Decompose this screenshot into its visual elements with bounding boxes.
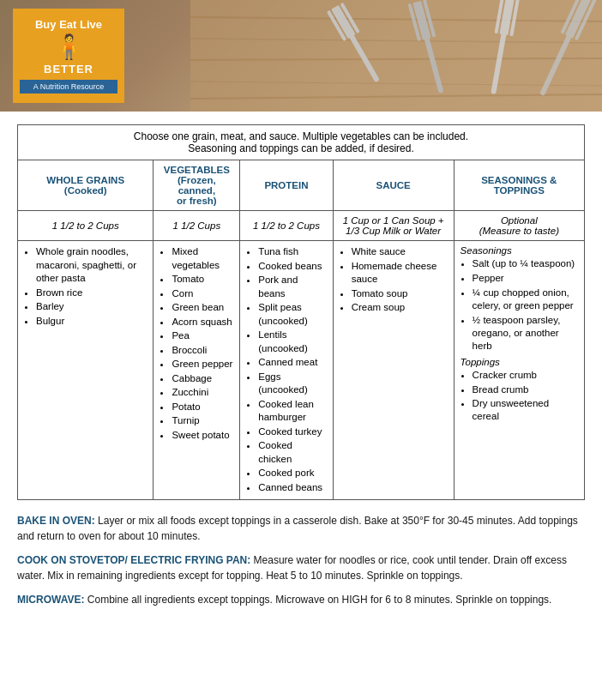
list-item: Zucchini [172, 386, 233, 400]
list-item: Turnip [172, 414, 233, 428]
vegetables-list: Mixed vegetables Tomato Corn Green bean … [160, 245, 233, 442]
list-item: Cooked lean hamburger [258, 398, 326, 425]
col-header-seasonings: SEASONINGS &TOPPINGS [454, 160, 584, 211]
list-item: Cooked chicken [258, 439, 326, 466]
seasonings-list: Salt (up to ¼ teaspoon) Pepper ¼ cup cho… [461, 257, 578, 353]
header: Buy Eat Live 🧍 BETTER A Nutrition Resour… [0, 0, 602, 112]
list-item: Cooked turkey [258, 425, 326, 439]
list-item: Dry unsweetened cereal [473, 397, 578, 423]
toppings-title: Toppings [461, 357, 578, 367]
content-row: Whole grain noodles, macaroni, spaghetti… [18, 241, 585, 500]
amount-grains: 1 1/2 to 2 Cups [18, 211, 154, 241]
list-item: Brown rice [36, 287, 147, 300]
bake-text: Layer or mix all foods except toppings i… [17, 515, 578, 542]
list-item: Bulgur [36, 315, 147, 329]
list-item: Salt (up to ¼ teaspoon) [473, 257, 578, 270]
list-item: Mixed vegetables [172, 245, 233, 272]
logo-subtitle: A Nutrition Resource [20, 80, 117, 94]
instruction-microwave: MICROWAVE: Combine all ingredients excep… [17, 592, 585, 607]
col-header-protein: PROTEIN [240, 160, 333, 211]
col-vegetables: Mixed vegetables Tomato Corn Green bean … [154, 241, 240, 500]
list-item: Canned beans [258, 481, 326, 495]
list-item: Tuna fish [258, 245, 326, 259]
list-item: Pork and beans [258, 274, 326, 300]
list-item: Tomato [172, 273, 233, 287]
list-item: Barley [36, 300, 147, 314]
list-item: Potato [172, 401, 233, 414]
col-header-grains: WHOLE GRAINS(Cooked) [18, 160, 154, 211]
list-item: Canned meat [258, 356, 326, 370]
logo-text-better: BETTER [44, 63, 93, 75]
list-item: White sauce [352, 245, 448, 259]
logo-text-top: Buy Eat Live [35, 18, 102, 32]
list-item: Bread crumb [473, 383, 578, 396]
list-item: Pea [172, 329, 233, 343]
casserole-table: Choose one grain, meat, and sauce. Multi… [17, 124, 585, 500]
grains-list: Whole grain noodles, macaroni, spaghetti… [24, 245, 147, 328]
header-row: WHOLE GRAINS(Cooked) VEGETABLES(Frozen, … [18, 160, 585, 211]
seasonings-title: Seasonings [461, 245, 578, 256]
stovetop-label: COOK ON STOVETOP/ ELECTRIC FRYING PAN: [17, 554, 250, 566]
fork-decoration [190, 0, 602, 112]
intro-text: Choose one grain, meat, and sauce. Multi… [18, 125, 585, 160]
col-seasonings: Seasonings Salt (up to ¼ teaspoon) Peppe… [454, 241, 584, 500]
list-item: Whole grain noodles, macaroni, spaghetti… [36, 245, 147, 286]
main-content: Choose one grain, meat, and sauce. Multi… [0, 112, 602, 629]
list-item: Sweet potato [172, 429, 233, 443]
toppings-list: Cracker crumb Bread crumb Dry unsweetene… [461, 369, 578, 424]
list-item: Cabbage [172, 372, 233, 386]
col-header-sauce: SAUCE [333, 160, 454, 211]
amount-vegetables: 1 1/2 Cups [154, 211, 240, 241]
amount-row: 1 1/2 to 2 Cups 1 1/2 Cups 1 1/2 to 2 Cu… [18, 211, 585, 241]
list-item: Eggs (uncooked) [258, 371, 326, 397]
intro-row: Choose one grain, meat, and sauce. Multi… [18, 125, 585, 160]
list-item: Broccoli [172, 344, 233, 358]
list-item: Cracker crumb [473, 369, 578, 382]
list-item: Acorn squash [172, 316, 233, 329]
instruction-stovetop: COOK ON STOVETOP/ ELECTRIC FRYING PAN: M… [17, 552, 585, 583]
list-item: Pepper [473, 272, 578, 285]
list-item: Homemade cheese sauce [352, 260, 448, 287]
logo-figure: 🧍 [54, 33, 84, 61]
list-item: Corn [172, 287, 233, 301]
list-item: Split peas (uncooked) [258, 301, 326, 328]
col-sauce: White sauce Homemade cheese sauce Tomato… [333, 241, 454, 500]
amount-seasonings: Optional(Measure to taste) [454, 211, 584, 241]
microwave-label: MICROWAVE: [17, 594, 84, 606]
list-item: Tomato soup [352, 287, 448, 301]
instructions-section: BAKE IN OVEN: Layer or mix all foods exc… [17, 513, 585, 607]
logo-box: Buy Eat Live 🧍 BETTER A Nutrition Resour… [13, 9, 124, 103]
list-item: Cooked pork [258, 467, 326, 480]
col-header-vegetables: VEGETABLES(Frozen, canned,or fresh) [154, 160, 240, 211]
list-item: ¼ cup chopped onion, celery, or green pe… [473, 287, 578, 312]
list-item: Green pepper [172, 358, 233, 371]
list-item: Green bean [172, 301, 233, 315]
list-item: Cream soup [352, 301, 448, 315]
amount-sauce: 1 Cup or 1 Can Soup + 1/3 Cup Milk or Wa… [333, 211, 454, 241]
col-protein: Tuna fish Cooked beans Pork and beans Sp… [240, 241, 333, 500]
sauce-list: White sauce Homemade cheese sauce Tomato… [340, 245, 448, 315]
amount-protein: 1 1/2 to 2 Cups [240, 211, 333, 241]
list-item: Cooked beans [258, 260, 326, 274]
instruction-bake: BAKE IN OVEN: Layer or mix all foods exc… [17, 513, 585, 544]
col-grains: Whole grain noodles, macaroni, spaghetti… [18, 241, 154, 500]
protein-list: Tuna fish Cooked beans Pork and beans Sp… [246, 245, 326, 494]
list-item: Lentils (uncooked) [258, 329, 326, 355]
list-item: ½ teaspoon parsley, oregano, or another … [473, 314, 578, 353]
bake-label: BAKE IN OVEN: [17, 515, 95, 527]
microwave-text: Combine all ingredients except toppings.… [87, 594, 552, 606]
